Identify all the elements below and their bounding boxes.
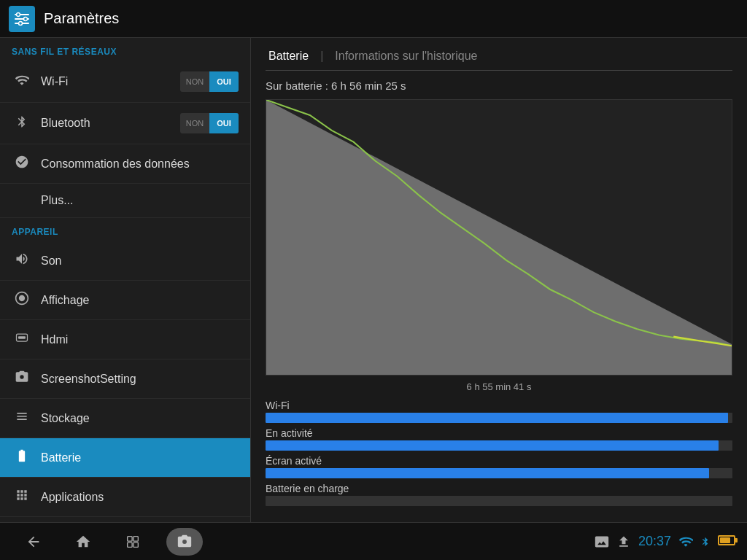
usage-charge-label: Batterie en charge [266, 483, 732, 494]
content-area: Batterie | Informations sur l'historique… [251, 38, 747, 522]
sidebar-item-screenshot[interactable]: ScreenshotSetting [0, 359, 250, 399]
tab-bar: Batterie | Informations sur l'historique [266, 50, 732, 71]
sidebar-item-batterie-label: Batterie [41, 451, 239, 464]
apps-icon [12, 488, 32, 506]
usage-activite-label: En activité [266, 427, 732, 439]
upload-icon [616, 534, 631, 549]
usage-wifi-bar-bg [266, 413, 732, 423]
sidebar-item-hdmi[interactable]: Hdmi [0, 320, 250, 359]
battery-sidebar-icon [12, 448, 32, 467]
tab-historique[interactable]: Informations sur l'historique [332, 50, 480, 63]
screenshot-button[interactable] [166, 528, 203, 556]
toggle-off-label: NON [180, 71, 209, 92]
wifi-icon [12, 73, 32, 91]
bluetooth-toggle-on: OUI [209, 113, 239, 133]
usage-list: Wi-Fi En activité Écran activé Batterie … [266, 400, 732, 510]
home-button[interactable] [61, 527, 105, 556]
main-layout: SANS FIL ET RÉSEAUX Wi-Fi NON OUI [0, 38, 747, 522]
topbar: Paramètres [0, 0, 747, 38]
usage-activite-bar-bg [266, 440, 732, 451]
data-icon [12, 155, 32, 173]
battery-chart [266, 99, 732, 376]
section-header-network: SANS FIL ET RÉSEAUX [0, 38, 250, 61]
usage-ecran-bar-fill [266, 468, 709, 478]
sidebar-item-applications-label: Applications [41, 491, 239, 504]
sidebar-item-bluetooth[interactable]: Bluetooth NON OUI [0, 103, 250, 144]
sidebar-item-more[interactable]: Plus... [0, 184, 250, 218]
tab-separator: | [320, 50, 323, 63]
camera-icon [12, 370, 32, 388]
usage-activite-bar-fill [266, 440, 719, 451]
toggle-on-label: OUI [209, 71, 239, 92]
section-header-personal: PERSONNEL [0, 517, 250, 522]
svg-rect-7 [18, 336, 26, 338]
status-bar: 20:37 [595, 534, 735, 549]
bottombar: 20:37 [0, 522, 747, 560]
usage-wifi-label: Wi-Fi [266, 400, 732, 411]
svg-rect-11 [128, 542, 132, 546]
tab-batterie[interactable]: Batterie [266, 50, 311, 63]
battery-status-icon [718, 535, 735, 548]
settings-icon [9, 6, 35, 32]
usage-wifi-bar-fill [266, 413, 728, 423]
svg-rect-10 [133, 536, 138, 540]
sidebar-item-son-label: Son [41, 254, 239, 268]
sidebar-item-wifi-label: Wi-Fi [41, 75, 180, 88]
battery-status: Sur batterie : 6 h 56 min 25 s [266, 79, 732, 92]
sidebar-item-screenshot-label: ScreenshotSetting [41, 373, 239, 386]
usage-item-charge: Batterie en charge [266, 483, 732, 506]
display-icon [12, 291, 32, 309]
sidebar-item-data[interactable]: Consommation des données [0, 144, 250, 184]
sidebar-item-bluetooth-label: Bluetooth [41, 117, 180, 130]
sidebar-item-stockage-label: Stockage [41, 412, 239, 425]
page-title: Paramètres [44, 10, 119, 27]
sidebar-item-data-label: Consommation des données [41, 158, 239, 171]
bluetooth-icon [12, 115, 32, 132]
sidebar-item-batterie[interactable]: Batterie [0, 438, 250, 478]
svg-rect-9 [128, 536, 132, 540]
svg-marker-8 [266, 100, 732, 375]
svg-point-3 [17, 12, 20, 16]
bluetooth-toggle[interactable]: NON OUI [180, 113, 239, 133]
storage-icon [12, 409, 32, 427]
clock: 20:37 [638, 534, 671, 549]
usage-item-ecran: Écran activé [266, 455, 732, 478]
sidebar: SANS FIL ET RÉSEAUX Wi-Fi NON OUI [0, 38, 251, 522]
section-header-device: APPAREIL [0, 218, 250, 241]
sidebar-item-wifi[interactable]: Wi-Fi NON OUI [0, 61, 250, 103]
sidebar-item-affichage-label: Affichage [41, 294, 239, 307]
usage-charge-bar-bg [266, 496, 732, 506]
sidebar-item-applications[interactable]: Applications [0, 478, 250, 517]
usage-ecran-bar-bg [266, 468, 732, 478]
usage-ecran-label: Écran activé [266, 455, 732, 467]
wifi-status-icon [678, 534, 693, 549]
bluetooth-status-icon [700, 535, 711, 548]
sidebar-item-affichage[interactable]: Affichage [0, 281, 250, 320]
sidebar-item-hdmi-label: Hdmi [41, 333, 239, 346]
hdmi-icon [12, 330, 32, 349]
svg-rect-12 [133, 542, 138, 546]
bluetooth-toggle-off: NON [180, 113, 209, 133]
sound-icon [12, 252, 32, 270]
svg-point-4 [24, 17, 28, 20]
gallery-icon [595, 534, 609, 549]
sidebar-item-stockage[interactable]: Stockage [0, 399, 250, 438]
usage-item-activite: En activité [266, 427, 732, 451]
sidebar-item-son[interactable]: Son [0, 241, 250, 281]
back-button[interactable] [12, 527, 55, 556]
chart-time: 6 h 55 min 41 s [266, 381, 732, 392]
sidebar-item-more-label: Plus... [41, 194, 239, 207]
wifi-toggle[interactable]: NON OUI [180, 71, 239, 92]
svg-point-5 [19, 21, 23, 25]
usage-item-wifi: Wi-Fi [266, 400, 732, 423]
recent-apps-button[interactable] [111, 527, 155, 556]
